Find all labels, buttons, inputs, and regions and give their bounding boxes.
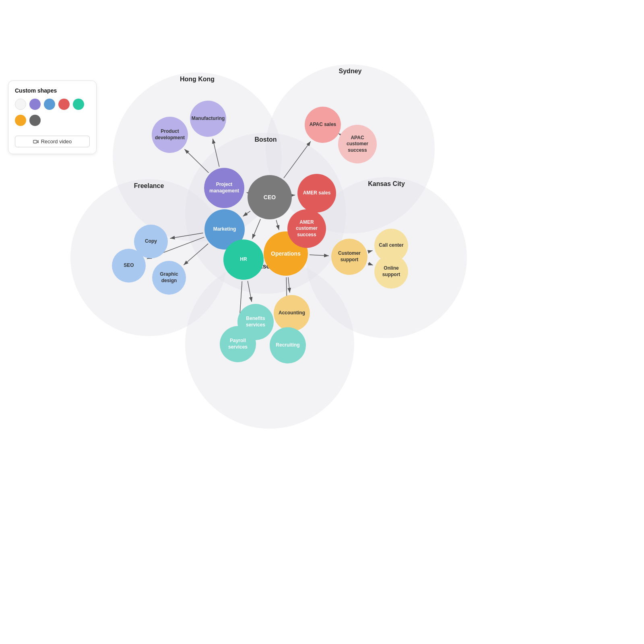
node-accounting[interactable]: Accounting <box>274 295 310 331</box>
node-apac-customer-success[interactable]: APAC customer success <box>338 125 377 163</box>
group-label-freelance: Freelance <box>134 182 164 190</box>
group-label-boston: Boston <box>254 136 277 143</box>
node-seo[interactable]: SEO <box>112 249 146 283</box>
node-payroll-services[interactable]: Payroll services <box>220 326 256 362</box>
node-recruiting[interactable]: Recruiting <box>270 327 306 363</box>
node-manufacturing[interactable]: Manufacturing <box>190 101 226 137</box>
node-project-management[interactable]: Project management <box>204 168 244 208</box>
node-apac-sales[interactable]: APAC sales <box>305 107 341 143</box>
node-amer-sales[interactable]: AMER sales <box>297 174 336 213</box>
node-hr[interactable]: HR <box>223 239 264 280</box>
group-label-sydney: Sydney <box>339 68 362 75</box>
node-ceo[interactable]: CEO <box>248 175 292 219</box>
node-amer-customer-success[interactable]: AMER customer success <box>287 209 326 248</box>
node-product-development[interactable]: Product development <box>152 117 188 153</box>
node-customer-support[interactable]: Customer support <box>331 239 367 275</box>
node-online-support[interactable]: Online support <box>374 255 408 289</box>
group-label-kansas-city: Kansas City <box>368 180 405 188</box>
org-chart-canvas: Hong KongBostonSydneyFreelanceKansas Cit… <box>0 0 644 644</box>
node-graphic-design[interactable]: Graphic design <box>152 261 186 295</box>
group-label-hong-kong: Hong Kong <box>180 76 215 83</box>
